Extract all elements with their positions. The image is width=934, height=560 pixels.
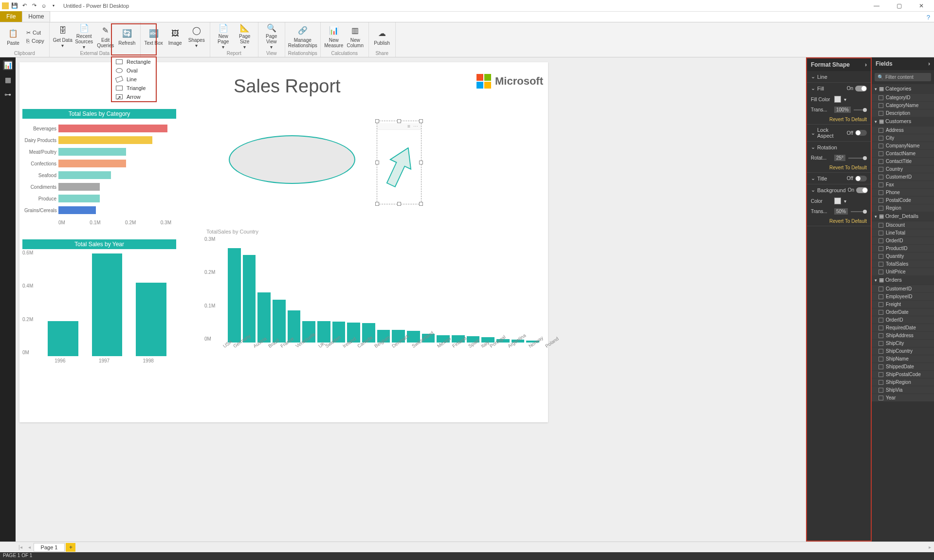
page-tab-1[interactable]: Page 1 [34,543,65,552]
field-Description[interactable]: Description [872,109,934,117]
report-canvas[interactable]: Sales Report Microsoft Total Sales by Ca… [19,62,548,422]
window-close-icon[interactable]: ✕ [915,2,928,9]
qat-undo-icon[interactable]: ↶ [20,2,28,10]
view-report-icon[interactable]: 📊 [3,60,13,70]
shape-more-icon[interactable]: ⋯ [413,124,418,129]
shape-rectangle[interactable]: Rectangle [112,57,156,66]
qat-redo-icon[interactable]: ↷ [30,2,38,10]
field-Country[interactable]: Country [872,165,934,173]
lockaspect-toggle[interactable] [855,130,867,136]
section-lockaspect[interactable]: ⌄ Lock AspectOff [807,125,871,141]
copy-button[interactable]: ⎘ Copy [24,37,46,44]
section-title[interactable]: ⌄ TitleOff [807,173,871,184]
field-ShipPostalCode[interactable]: ShipPostalCode [872,370,934,378]
field-ShipVia[interactable]: ShipVia [872,386,934,394]
pagetab-prev[interactable]: ◂ [25,544,34,550]
bg-color-picker[interactable] [834,198,841,204]
field-ContactTitle[interactable]: ContactTitle [872,157,934,165]
table-Customers[interactable]: ▾ ▦ Customers [872,117,934,126]
field-Freight[interactable]: Freight [872,300,934,308]
field-Address[interactable]: Address [872,126,934,134]
collapse-icon[interactable]: › [865,61,867,68]
table-Orders[interactable]: ▾ ▦ Orders [872,275,934,285]
section-line[interactable]: ⌄ Line [807,71,871,82]
new-column-button[interactable]: ▥New Column [345,23,366,50]
fill-color-picker[interactable] [834,96,841,103]
table-Order_Details[interactable]: ▾ ▦ Order_Details [872,212,934,221]
field-OrderID[interactable]: OrderID [872,316,934,324]
table-Categories[interactable]: ▾ ▦ Categories [872,84,934,93]
qat-dropdown-icon[interactable]: ▾ [50,2,57,10]
field-PostalCode[interactable]: PostalCode [872,196,934,204]
field-TotalSales[interactable]: TotalSales [872,260,934,268]
text-box-button[interactable]: 🔤Text Box [144,23,164,50]
background-toggle[interactable] [856,187,868,193]
fill-revert[interactable]: Revert To Default [807,115,871,124]
field-CustomerID[interactable]: CustomerID [872,285,934,292]
field-Phone[interactable]: Phone [872,188,934,196]
tab-home[interactable]: Home [22,11,50,22]
image-button[interactable]: 🖼Image [165,23,185,50]
fill-toggle[interactable] [855,86,867,91]
field-UnitPrice[interactable]: UnitPrice [872,268,934,275]
field-Fax[interactable]: Fax [872,181,934,188]
fields-collapse-icon[interactable]: › [928,60,930,67]
paste-button[interactable]: 📋Paste [3,23,23,50]
shape-line[interactable]: Line [112,75,156,84]
pagetab-first[interactable]: |◂ [16,544,25,550]
section-background[interactable]: ⌄ BackgroundOn [807,184,871,196]
rotation-revert[interactable]: Revert To Default [807,163,871,172]
help-icon[interactable]: ? [923,13,934,22]
rotation-slider[interactable] [848,158,867,159]
field-ShippedDate[interactable]: ShippedDate [872,362,934,370]
field-CustomerID[interactable]: CustomerID [872,173,934,181]
field-ShipRegion[interactable]: ShipRegion [872,378,934,386]
shape-triangle[interactable]: Triangle [112,84,156,92]
add-page-button[interactable]: + [66,543,75,552]
field-Quantity[interactable]: Quantity [872,252,934,260]
field-Year[interactable]: Year [872,394,934,401]
field-RequiredDate[interactable]: RequiredDate [872,324,934,331]
new-page-button[interactable]: 📄New Page▾ [213,23,234,50]
shape-arrow[interactable]: ↗Arrow [112,92,156,101]
title-toggle[interactable] [855,176,867,181]
view-relationships-icon[interactable]: ⊶ [3,90,13,99]
chart-category[interactable]: Total Sales by Category BeveragesDairy P… [22,109,176,225]
new-measure-button[interactable]: 📊New Measure [324,23,344,50]
oval-shape[interactable] [229,135,355,184]
shapes-button[interactable]: ◯Shapes▾ [186,23,207,50]
get-data-button[interactable]: 🗄Get Data▾ [53,23,73,50]
field-OrderDate[interactable]: OrderDate [872,308,934,316]
shape-oval[interactable]: Oval [112,66,156,75]
field-CompanyName[interactable]: CompanyName [872,142,934,149]
field-City[interactable]: City [872,134,934,142]
manage-relationships-button[interactable]: 🔗Manage Relationships [288,23,317,50]
field-CategoryName[interactable]: CategoryName [872,101,934,109]
field-EmployeeID[interactable]: EmployeeID [872,292,934,300]
tab-file[interactable]: File [0,11,22,22]
field-ShipName[interactable]: ShipName [872,355,934,362]
refresh-button[interactable]: 🔄Refresh [117,23,137,50]
window-maximize-icon[interactable]: ▢ [892,2,906,9]
pagetab-next[interactable]: ▸ [926,544,934,550]
chart-year[interactable]: Total Sales by Year 0.6M0.4M0.2M0M 19961… [22,239,176,363]
field-ShipCity[interactable]: ShipCity [872,339,934,347]
qat-smiley-icon[interactable]: ☺ [40,2,48,10]
edit-queries-button[interactable]: ✎Edit Queries [95,23,116,50]
bg-revert[interactable]: Revert To Default [807,217,871,226]
view-data-icon[interactable]: ▦ [3,75,13,85]
field-CategoryID[interactable]: CategoryID [872,93,934,101]
publish-button[interactable]: ☁Publish [372,23,392,50]
field-Region[interactable]: Region [872,204,934,212]
field-Discount[interactable]: Discount [872,221,934,229]
field-OrderID[interactable]: OrderID [872,236,934,244]
chart-country[interactable]: TotalSales by Country 0.3M0.2M0.1M0M USA… [204,228,545,350]
fill-trans-slider[interactable] [854,109,867,110]
field-ContactName[interactable]: ContactName [872,149,934,157]
qat-save-icon[interactable]: 💾 [11,2,18,10]
arrow-shape-selected[interactable]: ≡⋯ [377,121,421,204]
fields-search[interactable]: 🔍Filter content [875,73,931,81]
recent-sources-button[interactable]: 📄Recent Sources▾ [74,23,94,50]
page-view-button[interactable]: 🔍Page View▾ [261,23,282,50]
field-LineTotal[interactable]: LineTotal [872,229,934,236]
